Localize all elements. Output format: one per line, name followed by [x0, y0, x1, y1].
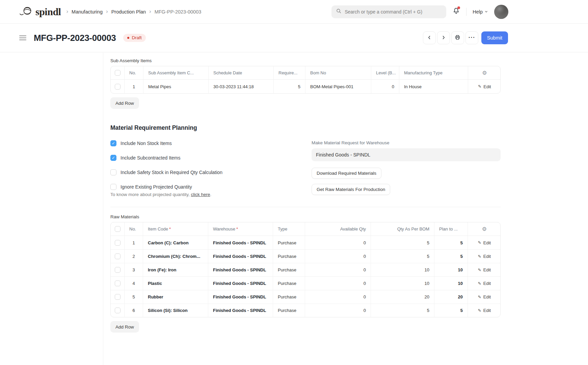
- header-cell: Sub Assembly Item C...: [143, 66, 208, 80]
- edit-row-button[interactable]: ✎Edit: [478, 267, 491, 272]
- status-dot-icon: [127, 37, 129, 39]
- submit-button[interactable]: Submit: [481, 31, 508, 44]
- app-window: spindl ›Manufacturing›Production Plan›MF…: [0, 0, 588, 365]
- header-cell: Schedule Date: [208, 66, 273, 80]
- pencil-icon: ✎: [478, 254, 481, 259]
- header-cell: Available Qty: [305, 222, 371, 236]
- row-checkbox[interactable]: [115, 281, 121, 286]
- mrp-checkbox-label: Include Non Stock Items: [121, 141, 172, 146]
- mrp-checkbox[interactable]: ✓: [110, 155, 116, 161]
- row-checkbox[interactable]: [115, 308, 121, 313]
- edit-row-button[interactable]: ✎Edit: [478, 84, 491, 89]
- page-title: MFG-PP-2023-00003: [34, 33, 116, 43]
- header-cell: ⚙: [468, 66, 501, 80]
- table-row[interactable]: 1Metal Pipes30-03-2023 11:44:185BOM-Meta…: [111, 80, 501, 93]
- table-settings-gear-icon[interactable]: ⚙: [482, 70, 487, 76]
- next-document-button[interactable]: [437, 31, 450, 44]
- helper-prefix: To know more about projected quantity,: [110, 192, 191, 197]
- row-checkbox[interactable]: [115, 267, 121, 273]
- cell-plan_qty: 20: [434, 290, 467, 303]
- edit-cell: ✎Edit: [467, 276, 501, 290]
- table-settings-gear-icon[interactable]: ⚙: [482, 226, 487, 232]
- table-row[interactable]: 2Chromium (Ch): Chrom...Finished Goods -…: [111, 249, 501, 263]
- mrp-checkbox[interactable]: [110, 184, 116, 190]
- cell-no: 3: [124, 263, 143, 276]
- table-row[interactable]: 1Carbon (C): CarbonFinished Goods - SPIN…: [111, 236, 501, 249]
- header-cell: Require...: [273, 66, 305, 80]
- chevron-right-icon: [440, 34, 447, 42]
- header-cell: No.: [124, 66, 143, 80]
- breadcrumb: ›Manufacturing›Production Plan›MFG-PP-20…: [66, 9, 201, 15]
- help-menu[interactable]: Help: [473, 9, 488, 15]
- global-search[interactable]: [331, 5, 446, 18]
- edit-label: Edit: [483, 240, 491, 245]
- download-required-materials-button[interactable]: Download Required Materials: [312, 168, 381, 179]
- sub-assembly-section: Sub Assembly Items No.Sub Assembly Item …: [110, 58, 501, 109]
- table-row[interactable]: 5RubberFinished Goods - SPINDLPurchase02…: [111, 290, 501, 303]
- raw-materials-section-label: Raw Materials: [110, 214, 501, 219]
- cell-warehouse: Finished Goods - SPINDL: [208, 290, 273, 303]
- printer-icon: [454, 34, 461, 42]
- cell-qty_as_per_bom: 20: [371, 290, 434, 303]
- warehouse-link-field[interactable]: Finished Goods - SPINDL: [312, 148, 501, 161]
- cell-no: 2: [124, 249, 143, 263]
- row-checkbox-cell: [111, 80, 124, 93]
- breadcrumb-item: MFG-PP-2023-00003: [155, 9, 202, 15]
- pencil-icon: ✎: [478, 268, 481, 272]
- header-cell: Manufacturing Type: [399, 66, 468, 80]
- row-checkbox[interactable]: [115, 84, 121, 90]
- cell-qty_as_per_bom: 5: [371, 236, 434, 249]
- mrp-checkbox-label: Ignore Existing Projected Quantity: [121, 184, 192, 190]
- select-all-checkbox[interactable]: [115, 226, 121, 232]
- row-checkbox-cell: [111, 290, 124, 303]
- header-cell: ⚙: [467, 222, 501, 236]
- app-logo[interactable]: spindl: [19, 6, 61, 18]
- more-actions-button[interactable]: ···: [465, 31, 478, 44]
- edit-row-button[interactable]: ✎Edit: [478, 308, 491, 313]
- table-row[interactable]: 3Iron (Fe): IronFinished Goods - SPINDLP…: [111, 263, 501, 276]
- required-asterisk: *: [169, 226, 171, 232]
- cell-bom_no: BOM-Metal Pipes-001: [305, 80, 371, 93]
- pencil-icon: ✎: [478, 84, 481, 89]
- mrp-checkbox[interactable]: ✓: [110, 140, 116, 146]
- mrp-checkbox-row: Include Safety Stock in Required Qty Cal…: [110, 169, 312, 175]
- header-cell: Plan to ...: [434, 222, 467, 236]
- sub-assembly-table: No.Sub Assembly Item C...Schedule DateRe…: [110, 66, 501, 94]
- cell-available_qty: 0: [305, 236, 371, 249]
- click-here-link[interactable]: click here: [191, 192, 210, 197]
- table-row[interactable]: 4PlasticFinished Goods - SPINDLPurchase0…: [111, 276, 501, 290]
- cell-plan_qty: 5: [434, 249, 467, 263]
- breadcrumb-item[interactable]: Production Plan: [111, 9, 146, 15]
- sidebar-toggle-icon[interactable]: [19, 34, 26, 42]
- get-raw-materials-button[interactable]: Get Raw Materials For Production: [312, 184, 390, 195]
- previous-document-button[interactable]: [423, 31, 436, 44]
- edit-row-button[interactable]: ✎Edit: [478, 294, 491, 299]
- avatar[interactable]: [494, 5, 508, 19]
- edit-row-button[interactable]: ✎Edit: [478, 240, 491, 245]
- table-row[interactable]: 6Silicon (Si): SiliconFinished Goods - S…: [111, 303, 501, 317]
- mrp-checkbox[interactable]: [110, 169, 116, 175]
- cell-schedule_date: 30-03-2023 11:44:18: [208, 80, 273, 93]
- raw-materials-add-row-button[interactable]: Add Row: [110, 321, 139, 333]
- table-header-row: No.Item Code*Warehouse*TypeAvailable Qty…: [111, 222, 501, 236]
- select-all-checkbox[interactable]: [115, 70, 121, 76]
- header-cell: Level (B...: [371, 66, 399, 80]
- sub-assembly-add-row-button[interactable]: Add Row: [110, 97, 139, 109]
- edit-label: Edit: [483, 267, 491, 272]
- edit-row-button[interactable]: ✎Edit: [478, 281, 491, 286]
- cell-item: Metal Pipes: [143, 80, 208, 93]
- search-input[interactable]: [345, 9, 442, 15]
- mrp-checkbox-row: Ignore Existing Projected Quantity: [110, 184, 312, 190]
- required-asterisk: *: [236, 226, 238, 232]
- row-checkbox[interactable]: [115, 294, 121, 300]
- print-button[interactable]: [451, 31, 464, 44]
- row-checkbox[interactable]: [115, 253, 121, 259]
- row-checkbox[interactable]: [115, 240, 121, 246]
- status-label: Draft: [132, 35, 141, 40]
- edit-row-button[interactable]: ✎Edit: [478, 254, 491, 259]
- pencil-icon: ✎: [478, 295, 481, 299]
- cell-plan_qty: 5: [434, 303, 467, 317]
- cell-qty_as_per_bom: 10: [371, 263, 434, 276]
- notifications-button[interactable]: [452, 7, 460, 16]
- breadcrumb-item[interactable]: Manufacturing: [72, 9, 103, 15]
